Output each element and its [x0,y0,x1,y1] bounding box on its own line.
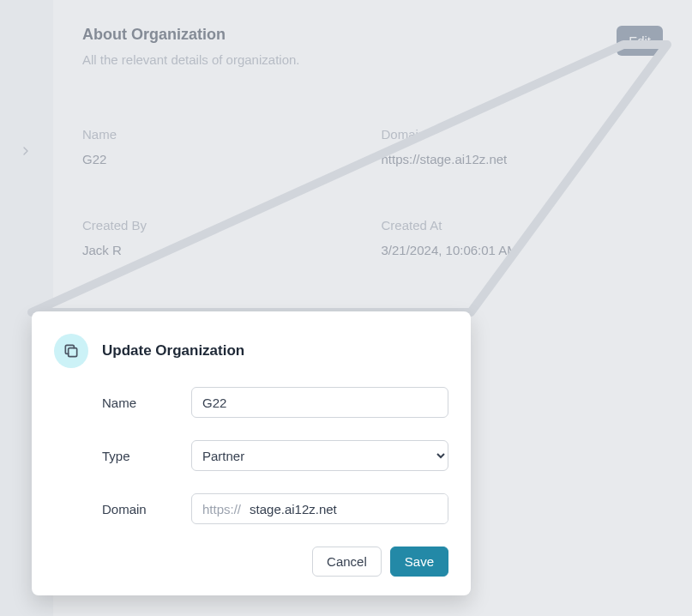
form-row-domain: Domain https:// [102,493,448,524]
modal-form: Name Type Partner Domain https:// [54,387,448,524]
svg-rect-1 [69,348,77,357]
domain-label: Domain [102,502,191,516]
type-label: Type [102,449,191,463]
modal-title: Update Organization [102,342,244,359]
form-row-name: Name [102,387,448,418]
copy-icon [54,334,88,368]
name-label: Name [102,396,191,410]
domain-input[interactable] [250,494,448,523]
update-organization-modal: Update Organization Name Type Partner Do… [32,311,471,595]
modal-header: Update Organization [54,334,448,368]
domain-prefix: https:// [192,494,250,523]
save-button[interactable]: Save [390,547,448,577]
name-input[interactable] [191,387,448,418]
domain-input-group: https:// [191,493,448,524]
type-select[interactable]: Partner [191,440,448,471]
cancel-button[interactable]: Cancel [312,547,382,577]
modal-actions: Cancel Save [54,547,448,577]
form-row-type: Type Partner [102,440,448,471]
